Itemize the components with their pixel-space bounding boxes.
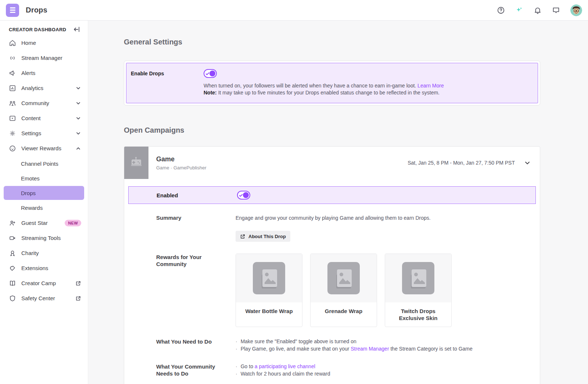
sparkle-icon[interactable] — [515, 6, 523, 14]
reward-card[interactable]: Twitch Drops Exclusive Skin — [385, 254, 452, 327]
sidebar-item-safety-center[interactable]: Safety Center — [0, 291, 88, 306]
collapse-sidebar-icon[interactable] — [73, 26, 80, 33]
image-placeholder-icon — [327, 262, 360, 294]
book-icon — [9, 280, 16, 287]
new-badge: NEW — [65, 220, 81, 226]
summary-label: Summary — [156, 214, 236, 242]
rewards-row: Rewards for Your Community — [156, 254, 536, 327]
campaign-details: Enabled Summary Engage and grow your com… — [124, 179, 540, 384]
chevron-down-icon — [75, 85, 81, 91]
sidebar-header: CREATOR DASHBOARD — [9, 27, 66, 32]
community-needs-row: What Your Community Needs to Do Go to a … — [156, 363, 536, 377]
hamburger-icon — [10, 7, 15, 13]
campaign-card: Game Game · GamePublisher Sat, Jan 25, 8… — [124, 146, 540, 384]
megaphone-icon — [9, 69, 16, 77]
what-you-need-label: What You Need to Do — [156, 338, 236, 352]
reward-image-placeholder — [385, 254, 451, 302]
sidebar-subitem-emotes[interactable]: Emotes — [4, 171, 84, 185]
reward-name: Water Bottle Wrap — [236, 302, 302, 315]
sidebar-subitem-drops[interactable]: Drops — [4, 186, 84, 200]
enable-drops-label: Enable Drops — [131, 69, 204, 76]
bell-icon[interactable] — [534, 6, 542, 14]
rewards-label: Rewards for Your Community — [156, 254, 236, 327]
learn-more-link[interactable]: Learn More — [417, 83, 444, 89]
reward-image-placeholder — [236, 254, 302, 302]
gear-icon — [9, 130, 16, 137]
what-you-need-item-1: Make sure the "Enabled" toggle above is … — [236, 338, 536, 345]
sidebar-item-analytics[interactable]: Analytics — [0, 80, 88, 96]
reward-image-placeholder — [311, 254, 377, 302]
chevron-up-icon — [75, 146, 81, 151]
external-link-icon — [75, 280, 81, 286]
person-plus-icon — [9, 219, 16, 227]
external-link-icon — [240, 234, 245, 239]
chevron-down-icon — [75, 100, 81, 106]
sidebar-item-community[interactable]: Community — [0, 96, 88, 111]
summary-text: Engage and grow your community by playin… — [236, 214, 536, 222]
help-icon[interactable] — [497, 6, 505, 14]
extensions-icon — [9, 265, 16, 272]
reward-name: Grenade Wrap — [311, 302, 377, 315]
sidebar-item-charity[interactable]: Charity — [0, 245, 88, 261]
what-you-need-item-2: Play Game, go live, and make sure that o… — [236, 345, 536, 352]
campaign-schedule: Sat, Jan 25, 8 PM - Mon, Jan 27, 7:50 PM… — [408, 160, 515, 166]
sidebar-item-alerts[interactable]: Alerts — [0, 65, 88, 80]
image-placeholder-icon — [402, 262, 434, 294]
sidebar-subitem-channel-points[interactable]: Channel Points — [4, 157, 84, 171]
reward-card[interactable]: Water Bottle Wrap — [236, 254, 302, 327]
user-avatar[interactable] — [570, 4, 582, 16]
whisper-icon[interactable] — [552, 6, 560, 14]
check-icon — [205, 72, 209, 76]
broadcast-icon — [9, 54, 16, 62]
sidebar-item-home[interactable]: Home — [0, 35, 88, 50]
sidebar-item-viewer-rewards[interactable]: Viewer Rewards — [0, 141, 88, 156]
smiley-icon — [9, 145, 16, 152]
open-campaigns-heading: Open Campaigns — [124, 126, 540, 134]
chevron-down-icon — [75, 115, 81, 121]
collapse-campaign-icon[interactable] — [524, 159, 531, 166]
gamepad-icon — [130, 156, 143, 169]
menu-button[interactable] — [6, 4, 19, 17]
campaign-subtitle: Game · GamePublisher — [156, 165, 207, 171]
enable-drops-description: When turned on, your followers will be a… — [204, 83, 417, 89]
note-label: Note: — [204, 90, 217, 96]
home-icon — [9, 39, 16, 47]
shield-icon — [9, 295, 16, 302]
bar-chart-icon — [9, 85, 16, 92]
general-settings-card: Enable Drops When turned on, your follow… — [124, 61, 540, 105]
campaign-title: Game — [156, 155, 207, 163]
participating-channel-link[interactable]: a participating live channel — [255, 363, 315, 369]
campaign-enabled-banner: Enabled — [128, 186, 536, 204]
what-you-need-row: What You Need to Do Make sure the "Enabl… — [156, 338, 536, 352]
game-boxart — [124, 147, 148, 179]
reward-card[interactable]: Grenade Wrap — [310, 254, 377, 327]
sidebar-item-settings[interactable]: Settings — [0, 126, 88, 141]
campaign-enabled-label: Enabled — [157, 192, 237, 198]
reward-name: Twitch Drops Exclusive Skin — [385, 302, 451, 322]
sidebar-item-extensions[interactable]: Extensions — [0, 261, 88, 276]
image-placeholder-icon — [253, 262, 285, 294]
sidebar-item-streaming-tools[interactable]: Streaming Tools — [0, 230, 88, 245]
camera-icon — [9, 234, 16, 242]
page-title: Drops — [26, 6, 47, 14]
note-text: It may take up to five minutes for your … — [217, 90, 440, 96]
enable-drops-banner: Enable Drops When turned on, your follow… — [126, 63, 538, 103]
community-needs-item-1: Go to a participating live channel — [236, 363, 536, 370]
community-needs-label: What Your Community Needs to Do — [156, 363, 236, 377]
enable-drops-toggle[interactable] — [204, 69, 217, 78]
community-needs-item-2: Watch for 2 hours and claim the reward — [236, 370, 536, 377]
video-square-icon — [9, 115, 16, 122]
stream-manager-link[interactable]: Stream Manager — [351, 346, 389, 352]
ribbon-icon — [9, 250, 16, 257]
sidebar-item-creator-camp[interactable]: Creator Camp — [0, 276, 88, 291]
sidebar-item-guest-star[interactable]: Guest Star NEW — [0, 215, 88, 230]
sidebar-item-content[interactable]: Content — [0, 111, 88, 126]
sidebar-subitem-rewards[interactable]: Rewards — [4, 201, 84, 215]
campaign-enabled-toggle[interactable] — [237, 191, 250, 200]
summary-row: Summary Engage and grow your community b… — [156, 214, 536, 242]
main-content: General Settings Enable Drops When turne… — [88, 21, 588, 384]
sidebar: CREATOR DASHBOARD Home Stream Manager Al… — [0, 21, 88, 384]
sidebar-item-stream-manager[interactable]: Stream Manager — [0, 50, 88, 65]
campaign-header[interactable]: Game Game · GamePublisher Sat, Jan 25, 8… — [124, 147, 540, 179]
about-this-drop-button[interactable]: About This Drop — [236, 231, 290, 242]
